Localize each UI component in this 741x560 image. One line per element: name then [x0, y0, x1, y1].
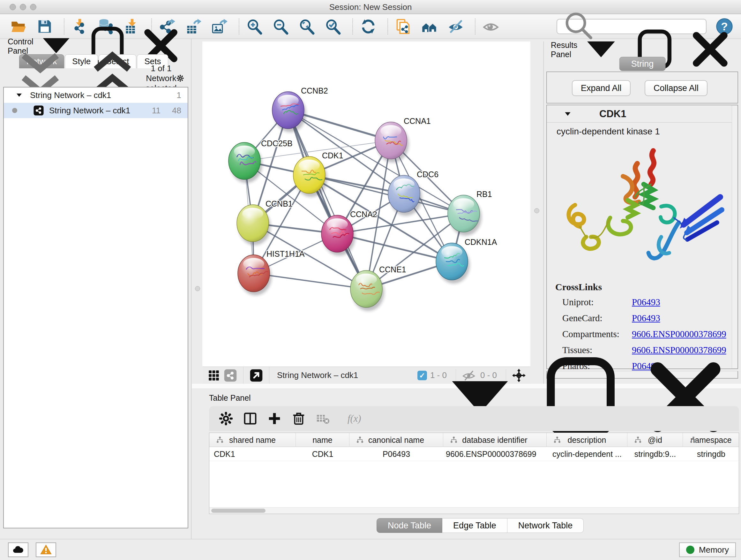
entry-header[interactable]: CDK1 [547, 105, 732, 123]
window-title: Session: New Session [0, 0, 741, 14]
crosslinks-title: CrossLinks [555, 282, 726, 293]
column-header-shared-name[interactable]: shared name [209, 433, 296, 447]
column-label: database identifier [462, 435, 527, 445]
results-menu-icon[interactable] [577, 25, 625, 74]
collection-count: 1 [177, 90, 181, 100]
grid-view-icon[interactable] [207, 369, 220, 382]
table-row[interactable]: CDK1CDK1P064939606.ENSP00000378699cyclin… [209, 447, 739, 461]
network-overview-icon[interactable] [224, 369, 237, 382]
zoom-in-button[interactable] [246, 17, 264, 36]
network-canvas[interactable]: CCNB2CCNA1CDC25BCDK1CDC6RB1CCNB1CCNA2CDK… [202, 42, 530, 367]
table-close-icon[interactable] [637, 349, 733, 446]
refresh-layout-button[interactable] [359, 17, 377, 36]
node-ccnb1[interactable]: CCNB1 [237, 199, 293, 245]
node-ccna1[interactable]: CCNA1 [375, 117, 431, 163]
zoom-out-icon [273, 18, 289, 35]
cell-1: CDK1 [296, 447, 349, 461]
cell-5: stringdb:9... [627, 447, 683, 461]
add-column-icon[interactable] [267, 411, 282, 426]
results-panel-title: Results Panel [551, 41, 577, 59]
network-column-icon [686, 436, 694, 444]
collection-expander-icon[interactable] [15, 91, 23, 99]
node-label-ccnb2: CCNB2 [301, 86, 328, 95]
export-table-button[interactable] [185, 17, 202, 36]
network-column-icon [447, 436, 455, 444]
cytoscape-window: Session: New Session ? Control Panel Net… [0, 0, 741, 560]
tab-string[interactable]: String [619, 57, 666, 71]
results-entry-box: CDK1 cyclin-dependent kinase 1 [546, 105, 738, 369]
table-hscrollbar[interactable] [209, 507, 739, 514]
table-float-icon[interactable] [535, 349, 630, 446]
column-header-namespace[interactable]: namespace [683, 433, 739, 447]
memory-button[interactable]: Memory [679, 543, 736, 557]
selected-checkbox[interactable]: ✓ [417, 371, 427, 380]
node-cdkn1a[interactable]: CDKN1A [436, 238, 497, 284]
results-close-icon[interactable] [686, 25, 734, 74]
tab-node-table[interactable]: Node Table [377, 518, 442, 533]
node-cdc25b[interactable]: CDC25B [228, 139, 293, 183]
edge-ccnb2-ccne1[interactable] [288, 110, 366, 289]
node-cdk1[interactable]: CDK1 [293, 151, 343, 197]
show-columns-icon[interactable] [243, 411, 258, 426]
network-collection-row[interactable]: String Network – cdk1 1 [4, 87, 188, 103]
node-label-ccna2: CCNA2 [350, 210, 377, 219]
delete-table-icon [316, 411, 330, 426]
tab-network-table[interactable]: Network Table [508, 518, 584, 533]
protein-structure-image [556, 141, 728, 278]
zoom-fit-button[interactable] [298, 17, 316, 36]
delete-column-icon[interactable] [291, 411, 306, 426]
node-label-cdk1: CDK1 [322, 151, 343, 160]
crosslink-compartments-link[interactable]: 9606.ENSP00000378699 [632, 329, 726, 339]
crosslink-label: Compartments: [562, 329, 632, 339]
clone-network-button[interactable] [394, 17, 412, 36]
open-file-button[interactable] [10, 17, 27, 36]
export-image-button[interactable] [211, 17, 228, 36]
entry-expander-icon[interactable] [563, 110, 572, 118]
results-actions-box: Expand All Collapse All [546, 71, 738, 104]
detach-view-icon[interactable] [250, 369, 263, 382]
crosslink-uniprot-link[interactable]: P06493 [632, 297, 660, 307]
first-neighbors-icon [421, 18, 438, 35]
table-menu-icon[interactable] [432, 349, 528, 446]
column-header-database-identifier[interactable]: database identifier [443, 433, 547, 447]
zoom-out-button[interactable] [272, 17, 290, 36]
zoom-selected-icon [325, 18, 341, 35]
cell-0: CDK1 [209, 447, 296, 461]
function-builder-icon: f(x) [340, 411, 368, 426]
column-label: description [568, 435, 606, 445]
network-column-icon [212, 436, 221, 444]
node-ccnb2[interactable]: CCNB2 [272, 86, 328, 132]
column-header-description[interactable]: description [547, 433, 627, 447]
zoom-in-icon [246, 18, 263, 35]
left-splitter-handle[interactable] [195, 286, 200, 291]
node-rb1[interactable]: RB1 [448, 190, 492, 236]
network-row[interactable]: String Network – cdk1 11 48 [4, 103, 188, 118]
node-cdc6[interactable]: CDC6 [388, 170, 439, 216]
expand-all-button[interactable]: Expand All [572, 80, 630, 96]
cloud-icon [12, 544, 24, 556]
cloud-status-button[interactable] [8, 543, 28, 557]
results-panel: Results Panel String Expand All Collapse… [543, 42, 741, 385]
column-label: canonical name [368, 435, 424, 445]
node-hist1h1a[interactable]: HIST1H1A [238, 249, 305, 295]
results-scrollbar[interactable] [732, 105, 738, 368]
hide-selected-button[interactable] [447, 17, 465, 36]
first-neighbors-button[interactable] [421, 17, 439, 36]
column-label: name [313, 435, 333, 445]
node-label-ccnb1: CCNB1 [266, 199, 293, 208]
warnings-button[interactable] [36, 543, 56, 557]
crosslink-genecard-link[interactable]: P06493 [632, 313, 660, 323]
column-header-canonical-name[interactable]: canonical name [349, 433, 443, 447]
collapse-all-button[interactable]: Collapse All [645, 80, 708, 96]
column-header--id[interactable]: @id [627, 433, 683, 447]
node-label-hist1h1a: HIST1H1A [266, 249, 305, 258]
zoom-selected-button[interactable] [324, 17, 342, 36]
title-bar: Session: New Session [0, 0, 741, 14]
network-column-icon [630, 436, 639, 444]
tab-edge-table[interactable]: Edge Table [442, 518, 508, 533]
column-header-name[interactable]: name [296, 433, 349, 447]
node-label-ccna1: CCNA1 [404, 117, 431, 125]
right-splitter-handle[interactable] [534, 208, 539, 213]
table-options-gear-icon[interactable] [219, 411, 233, 426]
network-options-gear-icon[interactable] [177, 73, 184, 84]
